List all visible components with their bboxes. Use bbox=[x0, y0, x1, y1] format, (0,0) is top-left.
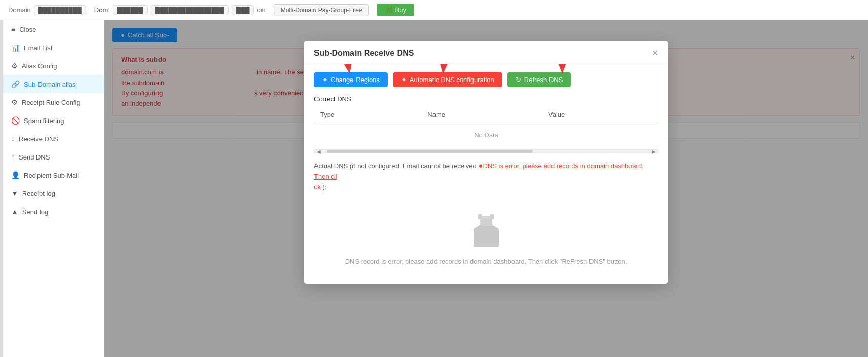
chart-icon: 📊 bbox=[11, 44, 20, 52]
sidebar-label-alias-config: Alias Config bbox=[22, 62, 57, 70]
scroll-right-icon[interactable]: ▶ bbox=[650, 149, 658, 154]
sidebar-item-spam-filtering[interactable]: 🚫 Spam filtering bbox=[3, 111, 104, 130]
arrow-up-icon: ↑ bbox=[11, 153, 15, 161]
sidebar-label-close: Close bbox=[19, 26, 36, 33]
sidebar-label-email-list: Email List bbox=[24, 44, 52, 52]
sidebar-item-receipt-log[interactable]: ▼ Receipt log bbox=[3, 184, 104, 203]
buy-icon: 🌿 bbox=[385, 6, 393, 14]
buy-button[interactable]: 🌿 Buy bbox=[377, 4, 414, 16]
domain-badge: ██████████ bbox=[34, 5, 86, 15]
sidebar-label-send-dns: Send DNS bbox=[19, 153, 50, 161]
modal-close-button[interactable]: ✕ bbox=[652, 49, 658, 57]
sidebar-item-send-dns[interactable]: ↑ Send DNS bbox=[3, 148, 104, 166]
scrollbar-thumb[interactable] bbox=[327, 150, 533, 153]
value-column-header: Value bbox=[542, 107, 658, 123]
dns-table-header-row: Type Name Value bbox=[314, 107, 658, 123]
sidebar-label-receipt-log: Receipt log bbox=[22, 190, 55, 197]
sidebar-label-receipt-rule: Receipt Rule Config bbox=[22, 99, 81, 106]
refresh-dns-icon: ↻ bbox=[516, 76, 521, 84]
actual-dns-label: Actual DNS (if not configured, Email can… bbox=[314, 162, 478, 170]
auto-dns-icon: ✦ bbox=[401, 76, 407, 84]
sidebar-item-send-log[interactable]: ▲ Send log bbox=[3, 203, 104, 221]
sidebar-item-close[interactable]: ≡ Close bbox=[3, 20, 104, 38]
buy-label: Buy bbox=[395, 6, 406, 14]
main-layout: ≡ Close 📊 Email List ⚙ Alias Config 🔗 Su… bbox=[0, 20, 868, 357]
dom-item: Dom: ██████ ████████████████ ███ ion bbox=[94, 5, 266, 15]
multi-domain-button[interactable]: Multi-Domain Pay-Group-Free bbox=[274, 4, 369, 16]
dom-badge3: ███ bbox=[232, 5, 254, 15]
empty-box-icon bbox=[466, 211, 506, 252]
dom-label: Dom: bbox=[94, 6, 110, 14]
send-log-icon: ▲ bbox=[11, 208, 18, 216]
error-dot-icon: ● bbox=[478, 161, 483, 170]
sidebar-label-receive-dns: Receive DNS bbox=[19, 135, 58, 143]
refresh-dns-label: Refresh DNS bbox=[524, 76, 563, 84]
sidebar-label-recipient-sub-mail: Recipient Sub-Mail bbox=[24, 172, 79, 179]
modal-title: Sub-Domain Receive DNS bbox=[314, 49, 414, 58]
scroll-left-icon[interactable]: ◀ bbox=[314, 149, 323, 154]
name-column-header: Name bbox=[421, 107, 542, 123]
domain-item: Domain ██████████ bbox=[8, 5, 86, 15]
dom-badge: ██████ bbox=[113, 5, 148, 15]
modal-overlay: Sub-Domain Receive DNS ✕ ✦ Change Region… bbox=[104, 20, 868, 357]
sidebar: ≡ Close 📊 Email List ⚙ Alias Config 🔗 Su… bbox=[3, 20, 104, 357]
bracket-text: ): bbox=[321, 183, 327, 191]
subdomain-dns-modal: Sub-Domain Receive DNS ✕ ✦ Change Region… bbox=[304, 41, 668, 284]
svg-rect-8 bbox=[490, 214, 494, 219]
svg-rect-7 bbox=[478, 214, 482, 219]
empty-state: DNS record is error, please add records … bbox=[314, 201, 658, 275]
no-data-cell: No Data bbox=[314, 123, 658, 147]
content-area: ● Catch all Sub- ✕ What is subdo domain.… bbox=[104, 20, 868, 357]
ion-text: ion bbox=[257, 6, 265, 14]
receipt-rule-icon: ⚙ bbox=[11, 98, 18, 106]
user-icon: 👤 bbox=[11, 171, 20, 179]
refresh-dns-button[interactable]: ↻ Refresh DNS bbox=[507, 72, 571, 87]
sidebar-item-receive-dns[interactable]: ↓ Receive DNS bbox=[3, 130, 104, 148]
sidebar-item-receipt-rule[interactable]: ⚙ Receipt Rule Config bbox=[3, 93, 104, 111]
close-icon: ≡ bbox=[11, 25, 15, 33]
empty-state-text: DNS record is error, please add records … bbox=[345, 258, 627, 265]
modal-body: ✦ Change Regions ✦ Automatic DNS configu… bbox=[304, 64, 668, 284]
change-regions-label: Change Regions bbox=[331, 76, 380, 84]
sidebar-item-subdomain-alias[interactable]: 🔗 Sub-Domain alias bbox=[3, 75, 104, 93]
top-bar: Domain ██████████ Dom: ██████ ██████████… bbox=[0, 0, 868, 20]
sidebar-item-email-list[interactable]: 📊 Email List bbox=[3, 38, 104, 57]
auto-dns-label: Automatic DNS configuration bbox=[410, 76, 494, 84]
dom-badge2: ████████████████ bbox=[151, 5, 229, 15]
svg-rect-3 bbox=[474, 229, 499, 247]
domain-label: Domain bbox=[8, 6, 31, 14]
auto-dns-button[interactable]: ✦ Automatic DNS configuration bbox=[393, 72, 502, 87]
sidebar-item-alias-config[interactable]: ⚙ Alias Config bbox=[3, 57, 104, 75]
arrow-down-icon: ↓ bbox=[11, 135, 15, 143]
no-data-row: No Data bbox=[314, 123, 658, 147]
receipt-log-icon: ▼ bbox=[11, 189, 18, 197]
change-regions-button[interactable]: ✦ Change Regions bbox=[314, 72, 388, 87]
sidebar-item-recipient-sub-mail[interactable]: 👤 Recipient Sub-Mail bbox=[3, 166, 104, 184]
sidebar-label-send-log: Send log bbox=[22, 208, 48, 216]
table-scrollbar[interactable]: ◀ ▶ bbox=[314, 149, 658, 153]
sidebar-label-subdomain-alias: Sub-Domain alias bbox=[24, 81, 76, 88]
link-icon: 🔗 bbox=[11, 80, 20, 88]
actual-dns-section: Actual DNS (if not configured, Email can… bbox=[314, 160, 658, 193]
type-column-header: Type bbox=[314, 107, 421, 123]
dns-table: Type Name Value No Data bbox=[314, 107, 658, 147]
gear-icon: ⚙ bbox=[11, 62, 18, 70]
correct-dns-label: Correct DNS: bbox=[314, 95, 658, 103]
spam-icon: 🚫 bbox=[11, 116, 20, 125]
modal-header: Sub-Domain Receive DNS ✕ bbox=[304, 41, 668, 64]
modal-button-row: ✦ Change Regions ✦ Automatic DNS configu… bbox=[314, 72, 658, 87]
change-regions-icon: ✦ bbox=[322, 76, 328, 84]
error-link-continued[interactable]: ck bbox=[314, 183, 321, 191]
sidebar-label-spam-filtering: Spam filtering bbox=[24, 117, 64, 125]
